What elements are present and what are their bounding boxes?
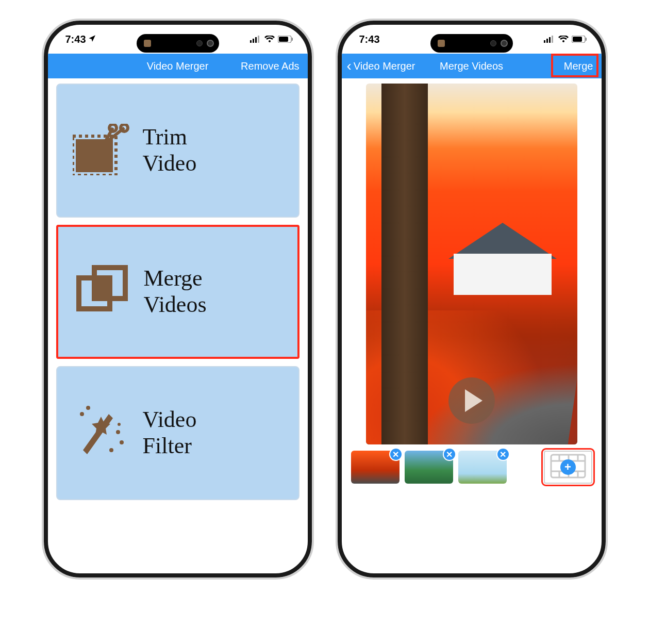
back-button[interactable]: ‹ Video Merger [347, 59, 415, 73]
filter-icon [73, 404, 129, 463]
dynamic-island [430, 34, 513, 53]
svg-rect-20 [544, 40, 545, 43]
merge-icon [74, 262, 130, 321]
tile-label: Merge Videos [144, 266, 207, 318]
trim-icon [73, 124, 129, 177]
remove-clip-icon[interactable]: ✕ [496, 448, 510, 461]
svg-point-14 [80, 412, 84, 416]
battery-icon [572, 36, 587, 43]
svg-point-19 [118, 423, 121, 426]
clip-thumbnail[interactable]: ✕ [458, 451, 507, 484]
tile-label: Video Filter [143, 407, 197, 459]
add-clip-button[interactable]: + [544, 451, 592, 484]
cellular-icon [544, 36, 555, 43]
svg-point-15 [86, 406, 90, 410]
status-time: 7:43 [65, 34, 86, 45]
phone-left: 7:43 Video Merger Remove Ads [44, 21, 312, 577]
preview-scene-house [448, 223, 557, 295]
phone-right: 7:43 ‹ Video Merger Merge Videos Merge [338, 21, 606, 577]
svg-rect-5 [279, 37, 288, 42]
wifi-icon [264, 36, 275, 43]
dynamic-island [137, 34, 219, 53]
svg-rect-13 [94, 278, 110, 299]
merge-editor: ✕ ✕ ✕ + [342, 84, 602, 577]
remove-clip-icon[interactable]: ✕ [389, 448, 403, 461]
svg-point-17 [120, 440, 124, 444]
nav-bar: Video Merger Remove Ads [48, 54, 308, 78]
clip-thumbnail[interactable]: ✕ [405, 451, 453, 484]
svg-rect-6 [292, 38, 293, 41]
cellular-icon [250, 36, 261, 43]
nav-bar: ‹ Video Merger Merge Videos Merge [342, 54, 602, 78]
status-time: 7:43 [359, 34, 380, 45]
svg-rect-22 [549, 37, 551, 43]
clip-thumbnail[interactable]: ✕ [351, 451, 400, 484]
play-button[interactable] [448, 377, 495, 424]
nav-title: Video Merger [147, 60, 209, 72]
svg-point-16 [116, 430, 120, 434]
location-icon [88, 34, 96, 45]
svg-rect-0 [250, 40, 252, 43]
svg-rect-1 [253, 39, 254, 43]
tile-label: Trim Video [143, 124, 197, 176]
nav-title: Merge Videos [440, 60, 503, 72]
svg-rect-25 [573, 37, 582, 42]
chevron-left-icon: ‹ [347, 59, 352, 73]
clip-thumbnail-row: ✕ ✕ ✕ + [347, 444, 596, 484]
video-preview[interactable] [366, 84, 577, 444]
merge-videos-tile[interactable]: Merge Videos [56, 225, 299, 359]
remove-clip-icon[interactable]: ✕ [443, 448, 456, 461]
merge-button[interactable]: Merge [564, 60, 593, 72]
main-menu: Trim Video Merge Videos [48, 78, 308, 573]
svg-rect-3 [258, 36, 259, 43]
svg-rect-21 [546, 39, 548, 43]
wifi-icon [558, 36, 569, 43]
plus-icon: + [560, 459, 576, 475]
battery-icon [278, 36, 293, 43]
video-filter-tile[interactable]: Video Filter [56, 366, 299, 500]
back-label: Video Merger [354, 60, 415, 72]
trim-video-tile[interactable]: Trim Video [56, 84, 299, 218]
svg-rect-23 [552, 36, 553, 43]
svg-rect-26 [586, 38, 587, 41]
remove-ads-button[interactable]: Remove Ads [241, 60, 299, 72]
svg-point-18 [109, 448, 113, 452]
svg-rect-7 [76, 139, 113, 172]
svg-rect-2 [255, 37, 257, 43]
